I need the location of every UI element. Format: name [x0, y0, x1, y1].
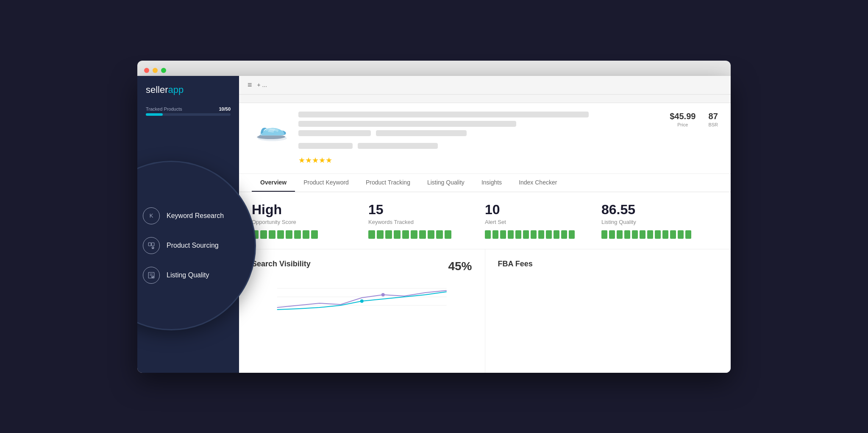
- search-visibility-percent: 45%: [448, 260, 472, 273]
- tab-index-checker[interactable]: Index Checker: [510, 174, 565, 192]
- tab-listing-quality[interactable]: Listing Quality: [419, 174, 473, 192]
- tab-product-tracking[interactable]: Product Tracking: [357, 174, 419, 192]
- fba-fees-section: FBA Fees: [485, 249, 731, 373]
- product-info-s3: [298, 143, 353, 149]
- search-visibility-title: Search Visibility: [252, 260, 311, 268]
- product-subtitle-skeleton: [298, 121, 516, 127]
- shoe-illustration: [254, 116, 288, 145]
- listing-quality-value: 86.55: [601, 202, 705, 217]
- metric-listing-quality: 86.55 Listing Quality: [601, 202, 718, 239]
- product-bsr-value: 87: [708, 112, 718, 121]
- main-content: ≡ + ...: [239, 76, 731, 373]
- opportunity-score-label: Opportunity Score: [252, 219, 356, 225]
- product-info-row2: [298, 143, 661, 152]
- metric-keywords-tracked: 15 Keywords Tracked: [368, 202, 485, 239]
- svg-point-13: [360, 299, 364, 303]
- circle-item-keyword-research[interactable]: K Keyword Research: [143, 207, 229, 224]
- listing-quality-icon: [143, 267, 160, 284]
- product-info-s1: [298, 130, 371, 136]
- circle-item-product-sourcing[interactable]: Product Sourcing: [143, 237, 229, 254]
- browser-chrome: [137, 61, 731, 76]
- plus-icon[interactable]: + ...: [257, 81, 267, 88]
- product-price-label: Price: [670, 122, 696, 127]
- listing-quality-label: Listing Quality: [167, 271, 209, 279]
- gray-header-bar: [239, 95, 731, 103]
- product-info-s4: [358, 143, 437, 149]
- metric-opportunity-score: High Opportunity Score: [252, 202, 368, 239]
- tab-product-keyword[interactable]: Product Keyword: [295, 174, 357, 192]
- tracked-products-label: Tracked Products 10/50: [146, 106, 231, 112]
- browser-body: sellerapp Tracked Products 10/50 K Keywo…: [137, 76, 731, 373]
- top-bar: ≡ + ...: [239, 76, 731, 95]
- opportunity-score-value: High: [252, 202, 356, 217]
- search-visibility-section: Search Visibility 45%: [239, 249, 485, 373]
- product-image: [252, 112, 290, 150]
- product-title-skeleton: [298, 112, 589, 117]
- metric-alert-set: 10 Alert Set: [485, 202, 601, 239]
- tab-insights[interactable]: Insights: [473, 174, 510, 192]
- product-sourcing-label: Product Sourcing: [167, 242, 219, 249]
- keywords-tracked-value: 15: [368, 202, 472, 217]
- bottom-section: Search Visibility 45%: [239, 249, 731, 373]
- hamburger-menu-icon[interactable]: ≡: [248, 81, 252, 89]
- fba-fees-title: FBA Fees: [498, 260, 718, 268]
- alert-set-value: 10: [485, 202, 589, 217]
- browser-maximize-dot[interactable]: [161, 68, 166, 73]
- browser-minimize-dot[interactable]: [153, 68, 158, 73]
- progress-bar-fill: [146, 113, 163, 116]
- sidebar-logo: sellerapp: [137, 76, 239, 102]
- product-price-section: $45.99 Price 87 BSR: [670, 112, 718, 127]
- product-stars: ★★★★★: [298, 156, 661, 165]
- keyword-research-label: Keyword Research: [167, 212, 224, 220]
- product-info-s2: [376, 130, 467, 136]
- search-visibility-chart: [252, 280, 472, 314]
- svg-point-12: [381, 293, 385, 296]
- alert-set-bars: [485, 230, 589, 239]
- progress-bar-background: [146, 113, 231, 116]
- search-visibility-header: Search Visibility 45%: [252, 260, 472, 273]
- svg-rect-0: [148, 243, 151, 246]
- bsr-block: 87 BSR: [708, 112, 718, 127]
- product-info-row1: [298, 130, 661, 140]
- product-sourcing-icon: [143, 237, 160, 254]
- tabs-bar: Overview Product Keyword Product Trackin…: [239, 174, 731, 192]
- keywords-tracked-bars: [368, 230, 472, 239]
- sidebar: sellerapp Tracked Products 10/50 K Keywo…: [137, 76, 239, 373]
- listing-quality-bars: [601, 230, 705, 239]
- price-block: $45.99 Price: [670, 112, 696, 127]
- product-details: ★★★★★: [298, 112, 661, 165]
- logo-app: app: [168, 84, 184, 95]
- metrics-section: High Opportunity Score 15: [239, 192, 731, 249]
- browser-close-dot[interactable]: [144, 68, 149, 73]
- chart-svg: [252, 280, 472, 314]
- logo-seller: seller: [146, 84, 168, 95]
- circle-item-listing-quality[interactable]: Listing Quality: [143, 267, 229, 284]
- product-section: ★★★★★ $45.99 Price 87 BSR: [239, 103, 731, 174]
- svg-rect-1: [152, 243, 154, 246]
- product-bsr-label: BSR: [708, 122, 718, 127]
- tab-overview[interactable]: Overview: [252, 174, 295, 192]
- alert-set-label: Alert Set: [485, 219, 589, 225]
- opportunity-score-bars: [252, 230, 356, 239]
- device-wrapper: sellerapp Tracked Products 10/50 K Keywo…: [137, 61, 731, 373]
- keywords-tracked-label: Keywords Tracked: [368, 219, 472, 225]
- listing-quality-label: Listing Quality: [601, 219, 705, 225]
- circle-menu-overlay: K Keyword Research Product Sourcing: [137, 161, 256, 330]
- tracked-products-section: Tracked Products 10/50: [137, 102, 239, 123]
- product-price-value: $45.99: [670, 112, 696, 121]
- keyword-research-icon: K: [143, 207, 160, 224]
